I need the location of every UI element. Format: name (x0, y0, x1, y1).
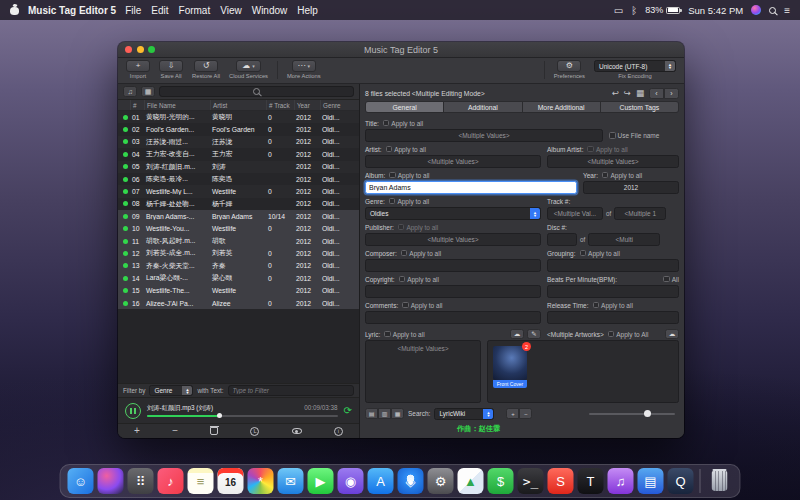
import-icon[interactable]: + (126, 60, 150, 72)
dock-icon-finder[interactable]: ☺ (68, 468, 94, 494)
dock-icon-calendar[interactable]: 16 (218, 468, 244, 494)
gear-icon[interactable]: ⚙ (557, 60, 581, 72)
copy-tags-icon[interactable]: ▦ (636, 88, 644, 98)
track-total-input[interactable] (614, 207, 666, 220)
tab-more-additional[interactable]: More Additional (522, 102, 600, 112)
disc-total-input[interactable] (588, 233, 660, 246)
dock-icon-siri[interactable] (98, 468, 124, 494)
next-file-button[interactable]: › (664, 88, 679, 99)
dock-icon-music[interactable]: ♪ (158, 468, 184, 494)
dock-icon-notes[interactable]: ≡ (188, 468, 214, 494)
table-row[interactable]: 10Westlife-You...Westlife02012Oldi... (118, 223, 359, 235)
grouping-input[interactable] (547, 259, 679, 272)
dock-icon-facetime[interactable]: ▶ (308, 468, 334, 494)
table-row[interactable]: 02Fool's Garden...Fool's Garden02012Oldi… (118, 123, 359, 135)
apple-menu-icon[interactable] (10, 5, 19, 15)
table-row[interactable]: 12刘若英-成全.m...刘若英02012Oldi... (118, 247, 359, 259)
download-artwork-cloud-icon[interactable]: ☁ (665, 329, 679, 339)
year-apply-checkbox[interactable]: Apply to all (602, 172, 642, 179)
tab-general[interactable]: General (366, 102, 443, 112)
menu-view[interactable]: View (220, 5, 242, 16)
undo-icon[interactable]: ↩ (612, 88, 619, 98)
artist-input[interactable] (365, 155, 541, 168)
menu-file[interactable]: File (125, 5, 141, 16)
dock-icon-maps[interactable]: ▲ (458, 468, 484, 494)
album-artist-input[interactable] (547, 155, 679, 168)
composer-apply-checkbox[interactable]: Apply to all (401, 250, 441, 257)
lyric-view-list-icon[interactable]: ▤ (365, 408, 378, 419)
table-row[interactable]: 04王力宏-改变自...王力宏02012Oldi... (118, 148, 359, 160)
table-row[interactable]: 07Westlife-My L...Westlife02012Oldi... (118, 185, 359, 197)
copyright-apply-checkbox[interactable]: Apply to all (399, 276, 439, 283)
table-row[interactable]: 11胡歌-风起时.m...胡歌2012Oldi... (118, 235, 359, 247)
lyric-search-engine-dropdown[interactable]: LyricWiki▲▼ (434, 408, 494, 420)
album-input[interactable] (365, 181, 577, 194)
release-time-input[interactable] (547, 311, 679, 324)
notification-center-icon[interactable]: ≡ (784, 5, 790, 16)
track-column-header[interactable]: # Track (266, 100, 294, 110)
tab-additional[interactable]: Additional (443, 102, 521, 112)
lyrics-toggle-button[interactable]: L (250, 427, 259, 436)
player-progress-bar[interactable] (147, 415, 338, 418)
num-column-header[interactable]: # (130, 100, 144, 110)
battery-indicator[interactable]: 83% (645, 5, 680, 15)
track-number-input[interactable] (547, 207, 603, 220)
trash-button[interactable] (210, 427, 218, 435)
comments-input[interactable] (365, 311, 541, 324)
dock-icon-mail[interactable]: ✉ (278, 468, 304, 494)
info-button[interactable]: i (334, 427, 343, 436)
dock-icon-podcasts[interactable]: ♫ (608, 468, 634, 494)
dock-icon-numbers[interactable]: $ (488, 468, 514, 494)
cloud-icon[interactable]: ☁▾ (236, 60, 261, 72)
dock-icon-photos[interactable]: * (248, 468, 274, 494)
dock-icon-terminal[interactable]: >_ (518, 468, 544, 494)
spotlight-icon[interactable] (769, 7, 776, 14)
year-column-header[interactable]: Year (294, 100, 320, 110)
title-input[interactable] (365, 129, 603, 142)
siri-icon[interactable] (751, 5, 761, 15)
save-icon[interactable]: ⇩ (159, 60, 183, 72)
table-header[interactable]: # File Name Artist # Track Year Genre (118, 100, 359, 111)
genre-dropdown[interactable]: Oldies▲▼ (365, 207, 541, 220)
add-file-button[interactable]: + (134, 426, 140, 436)
copyright-input[interactable] (365, 285, 541, 298)
display-mirroring-icon[interactable]: ▭ (614, 5, 623, 16)
file-search-input[interactable] (159, 86, 354, 97)
dock-icon-trash[interactable] (707, 468, 733, 494)
lyric-textarea[interactable]: <Multiple Values> (365, 340, 481, 403)
lyric-apply-checkbox[interactable]: Apply to all (384, 331, 424, 338)
save-all-tool[interactable]: ⇩Save All (159, 60, 183, 79)
dock-icon-photo-booth[interactable]: ◉ (338, 468, 364, 494)
genre-apply-checkbox[interactable]: Apply to all (389, 198, 429, 205)
artworks-apply-checkbox[interactable]: Apply to All (608, 331, 649, 338)
year-input[interactable] (583, 181, 679, 194)
menu-window[interactable]: Window (252, 5, 288, 16)
pause-button[interactable] (125, 403, 141, 419)
publisher-apply-checkbox[interactable]: Apply to all (398, 224, 438, 231)
title-bar[interactable]: Music Tag Editor 5 (118, 42, 684, 58)
lyric-view-grid-icon[interactable]: ▦ (391, 408, 404, 419)
dock-icon-launchpad[interactable]: ⠿ (128, 468, 154, 494)
minimize-button[interactable] (137, 46, 144, 53)
artwork-thumbnail[interactable]: 2 Front Cover (493, 346, 527, 388)
redo-icon[interactable]: ↪ (624, 88, 631, 98)
album-artist-apply-checkbox[interactable]: Apply to all (587, 146, 627, 153)
player-progress-knob[interactable] (217, 413, 222, 418)
filter-genre-dropdown[interactable]: Genre▲▼ (149, 385, 193, 396)
publisher-input[interactable] (365, 233, 541, 246)
dock-icon-system-preferences[interactable]: ⚙ (428, 468, 454, 494)
bpm-input[interactable] (547, 285, 679, 298)
preview-eye-button[interactable] (292, 428, 302, 435)
table-row[interactable]: 16Alizee-J'Ai Pa...Alizee02012Oldi... (118, 297, 359, 309)
dock-icon-safari[interactable]: ◈ (398, 468, 424, 494)
artist-column-header[interactable]: Artist (210, 100, 266, 110)
import-tool[interactable]: +Import (126, 60, 150, 79)
menu-edit[interactable]: Edit (151, 5, 168, 16)
remove-artwork-button[interactable]: − (519, 408, 532, 419)
fix-encoding-tool[interactable]: Unicode (UTF-8)▲▼ Fix Encoding (594, 60, 676, 79)
table-row[interactable]: 13齐秦-火柴天堂...齐秦02012Oldi... (118, 260, 359, 272)
grid-view-icon[interactable]: ▦ (141, 86, 155, 97)
status-column-header[interactable] (118, 100, 130, 110)
artwork-size-slider[interactable] (589, 413, 675, 415)
restore-all-tool[interactable]: ↺Restore All (192, 60, 220, 79)
